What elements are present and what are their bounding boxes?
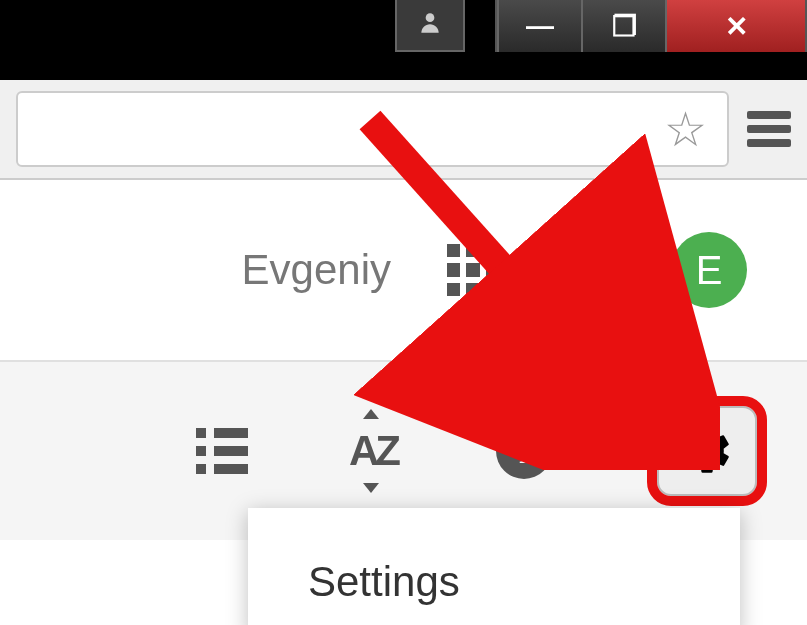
address-bar[interactable]: ☆: [16, 91, 729, 167]
hamburger-line: [747, 125, 791, 133]
browser-toolbar: ☆: [0, 80, 807, 180]
settings-dropdown: Settings: [248, 508, 740, 625]
apps-grid-icon[interactable]: [447, 244, 499, 296]
settings-gear-button[interactable]: [647, 396, 767, 506]
hamburger-line: [747, 111, 791, 119]
hamburger-line: [747, 139, 791, 147]
notifications-icon[interactable]: [555, 240, 615, 300]
minimize-icon: —: [526, 10, 554, 42]
gear-icon: [679, 423, 735, 479]
close-icon: ✕: [725, 10, 748, 43]
list-view-button[interactable]: [194, 423, 250, 479]
maximize-icon: ❐: [612, 10, 637, 43]
account-header: Evgeniy E: [0, 180, 807, 360]
dropdown-item-settings[interactable]: Settings: [248, 558, 740, 625]
window-controls: — ❐ ✕: [495, 0, 807, 52]
user-icon: [417, 9, 443, 41]
avatar-initial: E: [696, 248, 723, 293]
profile-button[interactable]: [395, 0, 465, 52]
browser-menu-button[interactable]: [747, 111, 791, 147]
list-icon: [196, 428, 248, 474]
sort-button[interactable]: AZ: [345, 423, 401, 479]
close-button[interactable]: ✕: [665, 0, 805, 52]
window-titlebar: — ❐ ✕: [0, 0, 807, 80]
info-icon: i: [496, 423, 552, 479]
maximize-button[interactable]: ❐: [581, 0, 665, 52]
tab-area: [0, 0, 380, 80]
sort-az-icon: AZ: [349, 427, 397, 475]
bookmark-star-icon[interactable]: ☆: [664, 101, 707, 157]
account-avatar[interactable]: E: [671, 232, 747, 308]
svg-point-0: [426, 13, 435, 22]
minimize-button[interactable]: —: [497, 0, 581, 52]
info-button[interactable]: i: [496, 423, 552, 479]
account-name[interactable]: Evgeniy: [242, 246, 391, 294]
